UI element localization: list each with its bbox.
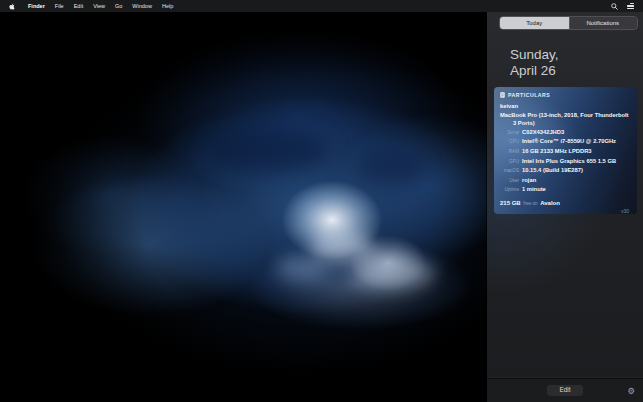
date-line-2: April 26 <box>510 63 643 79</box>
cloud-shadow <box>355 150 425 184</box>
spec-row-gpu: GPU Intel Iris Plus Graphics 655 1.5 GB <box>500 157 631 167</box>
menu-item-go[interactable]: Go <box>110 0 127 12</box>
menu-item-edit[interactable]: Edit <box>69 0 88 12</box>
menu-item-window[interactable]: Window <box>127 0 157 12</box>
settings-gear-icon[interactable]: ⚙ <box>627 386 635 395</box>
storage-line: 215 GB free on Avalon <box>500 200 631 206</box>
desktop-screen: Finder File Edit View Go Window Help Tod… <box>0 0 643 402</box>
spec-row-user: User rojan <box>500 176 631 186</box>
notification-center-panel: Today Notifications Sunday, April 26 PAR… <box>487 12 643 402</box>
spec-row-serial: Serial C02X4342JHD3 <box>500 128 631 138</box>
date-line-1: Sunday, <box>510 47 643 63</box>
today-notifications-tabs: Today Notifications <box>500 17 637 29</box>
cloud-puff <box>352 256 434 290</box>
widget-version: v30 <box>500 208 631 214</box>
edit-button[interactable]: Edit <box>547 385 582 397</box>
storage-amount: 215 GB <box>500 200 521 206</box>
spec-row-macos: macOS 10.15.4 (Build 19E287) <box>500 166 631 176</box>
menu-item-file[interactable]: File <box>50 0 69 12</box>
apple-menu-icon[interactable] <box>9 3 15 10</box>
spotlight-search-icon[interactable] <box>611 3 618 10</box>
mac-model: MacBook Pro (13-inch, 2018, Four Thunder… <box>500 111 631 128</box>
notification-center-icon[interactable] <box>627 3 634 9</box>
today-date: Sunday, April 26 <box>510 47 643 78</box>
storage-connector: free on <box>522 201 538 206</box>
spec-row-ram: RAM 16 GB 2133 MHz LPDDR3 <box>500 147 631 157</box>
spec-row-uptime: Uptime 1 minute <box>500 185 631 195</box>
cloud-shadow <box>205 130 330 172</box>
tab-notifications[interactable]: Notifications <box>569 17 638 29</box>
storage-volume: Avalon <box>540 200 560 206</box>
menu-item-finder[interactable]: Finder <box>23 0 50 12</box>
cloud-puff <box>276 255 328 281</box>
hostname: keivan <box>500 102 631 111</box>
particulars-icon <box>500 92 505 98</box>
particulars-widget[interactable]: PARTICULARS keivan MacBook Pro (13-inch,… <box>494 87 637 214</box>
menu-bar: Finder File Edit View Go Window Help <box>0 0 643 12</box>
cloud-puff <box>312 232 374 262</box>
tab-today[interactable]: Today <box>500 17 569 29</box>
menu-item-help[interactable]: Help <box>157 0 178 12</box>
panel-footer: Edit ⚙ <box>487 378 643 402</box>
menu-item-view[interactable]: View <box>88 0 110 12</box>
widget-title: PARTICULARS <box>508 92 550 98</box>
widget-header: PARTICULARS <box>500 92 631 98</box>
spec-row-cpu: CPU Intel® Core™ i7-8559U @ 2.70GHz <box>500 137 631 147</box>
